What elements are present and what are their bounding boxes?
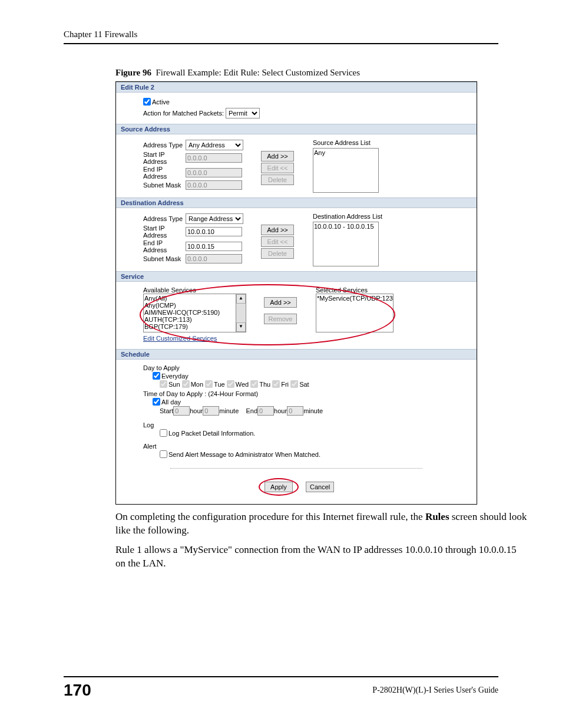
src-start-input[interactable] (186, 153, 242, 163)
dst-add-button[interactable]: Add >> (261, 225, 294, 235)
sel-services-list[interactable]: *MyService(TCP/UDP:123) (316, 294, 394, 332)
src-list-title: Source Address List (313, 139, 379, 146)
action-label: Action for Matched Packets: (143, 110, 224, 117)
log-label: Log Packet Detail Information. (168, 430, 255, 437)
panel-title: Edit Rule 2 (116, 82, 477, 93)
thu-checkbox (250, 380, 258, 388)
src-addr-type-select[interactable]: Any Address (186, 140, 243, 150)
chapter-header: Chapter 11 Firewalls (64, 29, 498, 44)
src-start-label: Start IP Address (143, 151, 186, 165)
day-label: Sun (168, 381, 180, 388)
alert-header: Alert (143, 443, 477, 450)
start-label: Start (160, 407, 173, 414)
day-label: Tue (214, 381, 225, 388)
allday-label: All day (161, 398, 181, 406)
page-number: 170 (64, 681, 91, 700)
scroll-up-icon[interactable]: ▲ (236, 294, 246, 304)
alert-checkbox[interactable] (160, 450, 167, 458)
mon-checkbox (182, 380, 190, 388)
sun-checkbox (160, 380, 167, 388)
scroll-down-icon[interactable]: ▼ (236, 322, 246, 332)
src-edit-button[interactable]: Edit << (261, 163, 294, 173)
dst-mask-input[interactable] (186, 254, 242, 263)
src-addr-type-label: Address Type (143, 141, 186, 149)
active-checkbox[interactable] (143, 98, 151, 106)
day-label: Wed (236, 381, 249, 388)
avail-services-list[interactable]: Any(All) Any(ICMP) AIM/NEW-ICQ(TCP:5190)… (143, 294, 236, 332)
day-label: Fri (281, 381, 289, 388)
source-header: Source Address (116, 124, 477, 134)
list-item[interactable]: Any(All) (144, 295, 235, 302)
src-mask-input[interactable] (186, 180, 242, 190)
minute-label: minute (303, 407, 323, 414)
edit-rule-panel: Edit Rule 2 Active Action for Matched Pa… (115, 81, 477, 505)
apply-button[interactable]: Apply (265, 482, 293, 492)
tue-checkbox (205, 380, 213, 388)
sat-checkbox (290, 380, 298, 388)
divider (170, 468, 422, 469)
alert-label: Send Alert Message to Administrator When… (168, 451, 320, 458)
list-item[interactable]: BGP(TCP:179) (144, 323, 235, 330)
day-label: Thu (259, 381, 270, 388)
highlight-apply: Apply (259, 478, 299, 496)
active-label: Active (152, 98, 170, 106)
list-item[interactable]: 10.0.0.10 - 10.0.0.15 (314, 223, 378, 230)
list-item[interactable]: AUTH(TCP:113) (144, 316, 235, 323)
fri-checkbox (272, 380, 280, 388)
body-paragraph-2: Rule 1 allows a "MyService" connection f… (115, 543, 528, 571)
schedule-header: Schedule (116, 349, 477, 360)
dst-end-input[interactable] (186, 242, 242, 251)
src-add-button[interactable]: Add >> (261, 151, 294, 162)
figure-title: Firewall Example: Edit Rule: Select Cust… (156, 68, 360, 77)
list-item[interactable]: *MyService(TCP/UDP:123) (317, 295, 392, 302)
hour-label: hour (274, 407, 287, 414)
dst-list[interactable]: 10.0.0.10 - 10.0.0.15 (313, 222, 379, 266)
start-min-input[interactable] (203, 406, 219, 416)
page-footer: 170 P-2802H(W)(L)-I Series User's Guide (64, 676, 498, 700)
src-end-input[interactable] (186, 168, 242, 177)
dst-edit-button[interactable]: Edit << (261, 236, 294, 247)
everyday-label: Everyday (161, 373, 189, 380)
guide-name: P-2802H(W)(L)-I Series User's Guide (372, 686, 498, 695)
cancel-button[interactable]: Cancel (306, 482, 334, 492)
log-header: Log (143, 421, 477, 429)
day-label: Mon (191, 381, 203, 388)
dst-addr-type-select[interactable]: Range Address (186, 213, 243, 224)
minute-label: minute (219, 407, 239, 414)
src-delete-button[interactable]: Delete (261, 174, 294, 185)
end-min-input[interactable] (287, 406, 303, 416)
svc-add-button[interactable]: Add >> (264, 297, 297, 308)
everyday-checkbox[interactable] (153, 372, 160, 380)
dst-end-label: End IP Address (143, 239, 186, 253)
src-mask-label: Subnet Mask (143, 182, 186, 189)
figure-number: Figure 96 (115, 68, 151, 77)
time-of-day-label: Time of Day to Apply : (24-Hour Format) (143, 390, 477, 397)
list-item[interactable]: Any (314, 149, 378, 156)
wed-checkbox (227, 380, 234, 388)
sel-services-title: Selected Services (316, 286, 394, 294)
dst-addr-type-label: Address Type (143, 215, 186, 222)
end-label: End (246, 407, 258, 414)
dst-start-label: Start IP Address (143, 225, 186, 239)
end-hour-input[interactable] (257, 406, 274, 416)
edit-custom-services-link[interactable]: Edit Customized Services (143, 335, 217, 342)
service-header: Service (116, 271, 477, 282)
svc-remove-button[interactable]: Remove (264, 314, 297, 324)
src-end-label: End IP Address (143, 166, 186, 180)
list-item[interactable]: Any(ICMP) (144, 302, 235, 309)
log-checkbox[interactable] (160, 429, 167, 437)
dst-mask-label: Subnet Mask (143, 255, 186, 262)
day-to-apply-label: Day to Apply (143, 364, 477, 371)
action-select[interactable]: Permit (226, 108, 260, 118)
allday-checkbox[interactable] (153, 398, 160, 406)
start-hour-input[interactable] (173, 406, 190, 416)
dst-delete-button[interactable]: Delete (261, 248, 294, 259)
scrollbar[interactable]: ▲ ▼ (236, 294, 246, 332)
dst-list-title: Destination Address List (313, 213, 382, 220)
src-list[interactable]: Any (313, 148, 379, 193)
dest-header: Destination Address (116, 197, 477, 208)
dst-start-input[interactable] (186, 227, 242, 236)
avail-services-title: Available Services (143, 286, 246, 294)
hour-label: hour (190, 407, 203, 414)
list-item[interactable]: AIM/NEW-ICQ(TCP:5190) (144, 309, 235, 316)
